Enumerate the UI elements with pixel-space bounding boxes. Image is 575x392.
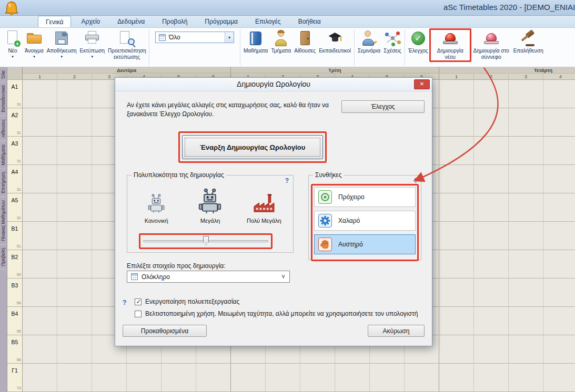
day-header-Τετάρτη: Τετάρτη: [439, 67, 575, 73]
window-title: aSc Timetables 2020 - [DEMO_ENIAIO_LYKEI…: [443, 3, 575, 12]
checkbox-checked-icon[interactable]: [135, 298, 142, 305]
period-number: 3: [509, 74, 543, 79]
defaults-button[interactable]: Προκαθορισμένα: [123, 325, 207, 337]
menu-tab-Αρχείο[interactable]: Αρχείο: [74, 16, 107, 27]
toolbar-button-open[interactable]: Άνοιγμα▾: [23, 29, 45, 59]
gear-icon: [318, 214, 332, 228]
conditions-help-link[interactable]: ?: [414, 177, 418, 184]
day-header-row: ΔευτέραΤρίτηΤετάρτη: [23, 67, 575, 74]
dropdown-caret-icon: ▾: [92, 55, 94, 58]
book-icon: [247, 30, 265, 47]
lesson-count: 73: [17, 386, 21, 390]
complexity-group: Πολυπλοκότητα της δημιουργίας ?: [127, 175, 294, 253]
period-number: 1: [439, 74, 474, 79]
menu-tab-Επιλογές[interactable]: Επιλογές: [248, 16, 288, 27]
printer-icon: [83, 30, 101, 47]
toolbar-button-label: Αποθήκευση: [47, 48, 77, 54]
menu-tab-Προβολή[interactable]: Προβολή: [155, 16, 195, 27]
toolbar-button-print-preview[interactable]: Προεπισκόπηση εκτύπωσης: [106, 29, 147, 61]
toolbar-button-new[interactable]: Νέο▾: [2, 29, 23, 59]
generate-target-label: Επιλέξτε στοιχείο προς δημιουργία:: [127, 262, 226, 270]
start-generation-button[interactable]: Έναρξη Δημιουργίας Ωρολογίου: [182, 135, 323, 159]
row-label-Α1[interactable]: Α131: [7, 80, 22, 108]
view-tab-Επιτήρηση[interactable]: Επιτήρηση: [0, 169, 7, 197]
complexity-option-label: Πολύ Μεγάλη: [247, 218, 281, 224]
toolbar-button-teachers[interactable]: Εκπαιδευτικοί: [317, 29, 352, 55]
condition-label: Πρόχειρο: [338, 193, 365, 201]
row-label-Β5[interactable]: Β556: [7, 335, 22, 364]
complexity-help-link[interactable]: ?: [285, 177, 289, 184]
toolbar-button-label: Έλεγχος: [408, 48, 428, 54]
row-label-Γ1[interactable]: Γ173: [7, 364, 22, 392]
check-timetable-button[interactable]: Έλεγχος: [341, 100, 425, 113]
toolbar-separator: [354, 30, 355, 66]
row-label-Α4[interactable]: Α431: [7, 165, 22, 193]
class-label: Β2: [7, 254, 22, 260]
toolbar-button-classrooms[interactable]: Αίθουσες: [292, 29, 317, 55]
class-label: Β1: [7, 225, 22, 232]
big-robot-icon: [198, 184, 221, 213]
class-label: Β3: [7, 282, 22, 288]
complexity-slider[interactable]: [141, 235, 270, 247]
view-tab-Όλο[interactable]: Όλο: [0, 67, 7, 82]
toolbar-button-seminars[interactable]: Σεμινάρια: [356, 29, 382, 55]
toolbar-button-generate-new[interactable]: Δημιουργία νέου: [430, 29, 471, 61]
menu-tab-Πρόγραμμα[interactable]: Πρόγραμμα: [197, 16, 245, 27]
view-tab-Προβολή[interactable]: Προβολή: [0, 245, 7, 270]
checkbox-label: Ενεργοποίηση πολυεπεξεργασίας: [145, 298, 239, 305]
view-tab-Εκπαιδευτικοί[interactable]: Εκπαιδευτικοί: [0, 82, 7, 116]
toolbar-button-verify[interactable]: Επαλήθευση: [512, 29, 545, 55]
complexity-option-normal[interactable]: Κανονική: [129, 184, 183, 224]
relations-icon: [384, 30, 401, 47]
toolbar-button-generate-cloud[interactable]: Δημιουργία στο σύννεφο: [471, 29, 512, 61]
lesson-count: 55: [17, 329, 21, 334]
multiprocessing-help-link[interactable]: ?: [123, 299, 126, 306]
toolbar-button-label: Επαλήθευση: [513, 48, 543, 54]
condition-strict-button[interactable]: Αυστηρό: [314, 234, 416, 254]
lesson-count: 50: [17, 272, 21, 277]
timetable-grid-icon: [159, 34, 166, 41]
row-label-Β2[interactable]: Β250: [7, 250, 22, 278]
cloud-siren-icon: [482, 30, 500, 47]
view-select[interactable]: Όλο▾: [155, 32, 234, 43]
row-label-Β3[interactable]: Β356: [7, 278, 22, 307]
complexity-option-high[interactable]: Μεγάλη: [183, 184, 237, 224]
close-button[interactable]: ✕: [414, 79, 430, 89]
menu-tab-Δεδομένα[interactable]: Δεδομένα: [110, 16, 152, 27]
view-tab-Μαθήματα[interactable]: Μαθήματα: [0, 141, 7, 169]
optimized-usage-checkbox[interactable]: Βελτιστοποιημένη χρήση. Μειωμένη ταχύτητ…: [135, 310, 418, 317]
multiprocessing-checkbox[interactable]: Ενεργοποίηση πολυεπεξεργασίας: [135, 298, 239, 305]
row-label-Α3[interactable]: Α331: [7, 137, 22, 165]
toolbar-button-save[interactable]: Αποθήκευση▾: [45, 29, 78, 59]
view-tab-strip: ΌλοΕκπαιδευτικοίΑίθουσεςΜαθήματαΕπιτήρησ…: [0, 67, 7, 392]
condition-draft-button[interactable]: Πρόχειρο: [314, 187, 416, 207]
small-robot-icon: [147, 184, 165, 213]
toolbar-button-subjects[interactable]: Μαθήματα: [242, 29, 269, 55]
condition-label: Αυστηρό: [338, 241, 363, 248]
toolbar-button-classes[interactable]: Τμήματα: [269, 29, 292, 55]
dialog-titlebar: Δημιουργία Ωρολογίου ✕: [115, 78, 432, 91]
conditions-group-label: Συνθήκες: [313, 171, 344, 179]
toolbar-button-label: Δημιουργία στο σύννεφο: [472, 48, 510, 60]
complexity-option-very-high[interactable]: Πολύ Μεγάλη: [237, 184, 291, 224]
lesson-count: 51: [17, 244, 21, 249]
view-tab-Πίνακας-Μαθημάτων[interactable]: Πίνακας Μαθημάτων: [0, 197, 7, 245]
toolbar-button-label: Σχέσεις: [384, 48, 401, 54]
toolbar-button-check[interactable]: Έλεγχος: [407, 29, 430, 55]
toolbar-button-label: Άνοιγμα: [25, 48, 44, 54]
condition-relaxed-button[interactable]: Χαλαρό: [314, 211, 416, 231]
day-header-Δευτέρα: Δευτέρα: [23, 67, 231, 73]
checkbox-unchecked-icon[interactable]: [135, 311, 142, 317]
row-label-Α5[interactable]: Α531: [7, 193, 22, 222]
menu-tab-Γενικά[interactable]: Γενικά: [38, 16, 71, 27]
generate-target-select[interactable]: Ολόκληρο ˅: [127, 271, 290, 283]
cancel-button[interactable]: Ακύρωση: [368, 325, 425, 337]
toolbar-button-relations[interactable]: Σχέσεις: [382, 29, 403, 55]
toolbar-button-print[interactable]: Εκτύπωση▾: [78, 29, 106, 59]
slider-thumb[interactable]: [203, 236, 209, 246]
row-label-Β4[interactable]: Β455: [7, 307, 22, 335]
menu-tab-Βοήθεια[interactable]: Βοήθεια: [291, 16, 328, 27]
row-label-Β1[interactable]: Β151: [7, 222, 22, 250]
row-label-Α2[interactable]: Α231: [7, 108, 22, 137]
view-tab-Αίθουσες[interactable]: Αίθουσες: [0, 116, 7, 141]
